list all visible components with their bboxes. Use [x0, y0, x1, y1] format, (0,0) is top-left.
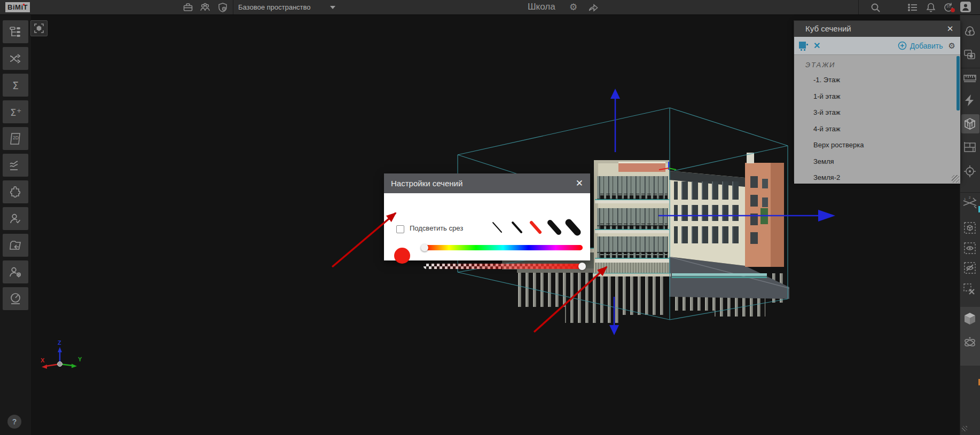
help-button[interactable]: ? [7, 415, 21, 429]
plugin-puzzle-icon [9, 185, 22, 199]
fit-view-button[interactable] [30, 20, 48, 36]
floor-item[interactable]: 4-й этаж [794, 121, 960, 138]
share-button[interactable] [587, 2, 599, 13]
sigma-plus-icon: Σ + [9, 105, 22, 119]
workspace-selector[interactable]: Базовое пространство [238, 0, 311, 14]
dialog-body: Подсветить срез [384, 193, 590, 260]
briefcase-button[interactable] [182, 2, 194, 13]
sidebar-shared-folder-button[interactable] [3, 234, 28, 257]
section-settings-dialog: Настройки сечений ✕ Подсветить срез [384, 173, 590, 260]
user-check-icon [9, 212, 22, 226]
avatar[interactable] [960, 2, 971, 12]
orientation-gizmo[interactable]: X Y Z [37, 336, 96, 376]
sidebar-sigma-plus-button[interactable]: Σ + [3, 100, 28, 123]
sidebar-approvals-button[interactable] [3, 207, 28, 230]
panel-close-button[interactable]: ✕ [945, 21, 955, 37]
floors-list: ЭТАЖИ -1. Этаж1-й этаж3-й этаж4-й этажВе… [794, 54, 960, 184]
svg-text:Σ: Σ [12, 80, 19, 91]
section-box-icon[interactable] [799, 41, 808, 50]
reset-visibility-button[interactable] [962, 282, 977, 297]
axes-button[interactable]: 1 2 [962, 195, 977, 210]
shield-clock-button[interactable] [217, 2, 229, 13]
team-button[interactable] [199, 2, 211, 13]
hue-slider[interactable] [424, 245, 583, 250]
selection-sets-button[interactable] [962, 48, 977, 62]
floor-item[interactable]: Земля-2 [794, 170, 960, 184]
environment-button[interactable] [962, 25, 977, 39]
hide-selected-button[interactable] [962, 260, 977, 275]
strip-resize-grip[interactable] [962, 426, 967, 431]
svg-text:+: + [17, 107, 21, 114]
plus-circle-icon [898, 41, 907, 50]
topbar-separator-right [858, 0, 859, 14]
sidebar-dashboard-button[interactable] [3, 287, 28, 310]
panel-settings-button[interactable]: ⚙ [948, 37, 955, 54]
section-plane-button[interactable] [962, 93, 977, 108]
sidebar-model-tree-button[interactable] [3, 20, 28, 43]
building-cut-facade [593, 160, 671, 276]
model-tree-icon [9, 25, 22, 39]
highlight-slice-label: Подсветить срез [410, 224, 463, 232]
sidebar-shuffle-button[interactable] [3, 47, 28, 70]
dialog-header[interactable]: Настройки сечений ✕ [384, 173, 590, 193]
share-icon [587, 2, 599, 13]
panel-resize-grip[interactable] [952, 175, 959, 183]
tasks-list-button[interactable] [907, 2, 919, 13]
clear-sections-button[interactable]: ✕ [813, 37, 820, 54]
isolate-box-button[interactable] [962, 220, 977, 235]
building-front-facade [669, 171, 745, 266]
sidebar-2d-drawings-button[interactable]: 2D [3, 127, 28, 150]
top-bar: BiMiT Базовое пространство Школа ⚙ [0, 0, 980, 15]
stroke-option-2[interactable] [513, 223, 521, 232]
nature-tree-icon [962, 25, 977, 39]
app-logo[interactable]: BiMiT [5, 2, 30, 12]
project-settings-button[interactable]: ⚙ [569, 0, 577, 14]
sidebar-plugins-button[interactable] [3, 180, 28, 203]
stroke-option-4[interactable] [550, 223, 559, 232]
folder-share-icon [9, 239, 22, 252]
panel-header[interactable]: Куб сечений ✕ [794, 21, 960, 37]
floor-item[interactable]: 3-й этаж [794, 105, 960, 121]
highlight-slice-checkbox[interactable] [396, 225, 404, 233]
line-thickness-options[interactable] [475, 217, 587, 238]
hue-slider-handle[interactable] [421, 244, 428, 251]
show-selected-button[interactable] [962, 241, 977, 256]
solid-view-button[interactable] [962, 311, 977, 326]
chevron-down-icon[interactable] [330, 6, 335, 9]
sidebar-sigma-button[interactable]: Σ [3, 74, 28, 97]
svg-text:1: 1 [964, 197, 966, 201]
locate-button[interactable] [962, 164, 977, 179]
section-cube-button[interactable] [962, 116, 977, 131]
axis-x-label: X [41, 357, 45, 363]
stroke-option-1[interactable] [493, 223, 501, 232]
stroke-option-5[interactable] [569, 223, 577, 232]
floor-item[interactable]: 1-й этаж [794, 89, 960, 105]
sidebar-charts-button[interactable] [3, 154, 28, 177]
search-button[interactable] [869, 2, 881, 13]
logo-red-dot [23, 4, 25, 5]
user-icon [960, 2, 971, 12]
dialog-close-button[interactable]: ✕ [576, 173, 583, 193]
team-icon [199, 2, 211, 13]
sidebar-user-location-button[interactable] [3, 260, 28, 283]
orbit-button[interactable] [962, 335, 977, 350]
panel-scrollbar[interactable] [957, 56, 960, 110]
floor-item[interactable]: -1. Этаж [794, 72, 960, 89]
clear-x-icon [962, 282, 977, 297]
opacity-slider[interactable] [424, 264, 583, 269]
floor-item[interactable]: Верх ростверка [794, 137, 960, 154]
add-section-button[interactable]: Добавить [898, 41, 943, 50]
project-title: Школа [528, 0, 555, 14]
measure-button[interactable] [962, 70, 977, 85]
opacity-slider-handle[interactable] [578, 263, 586, 270]
selection-copy-icon [962, 48, 977, 62]
floor-item[interactable]: Земля [794, 154, 960, 170]
floor-plan-icon [962, 140, 977, 155]
floor-plan-button[interactable] [962, 140, 977, 155]
chart-icon [9, 159, 22, 172]
notifications-button[interactable] [925, 2, 937, 13]
svg-text:2D: 2D [13, 135, 19, 140]
stroke-option-3-selected[interactable] [531, 223, 540, 232]
notification-dot [951, 8, 955, 12]
dialog-title: Настройки сечений [391, 179, 462, 188]
